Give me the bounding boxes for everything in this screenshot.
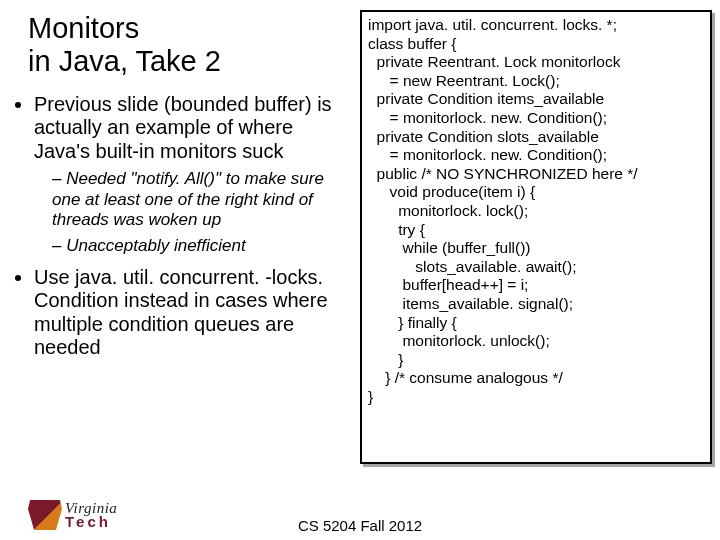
sub-bullet-1: Needed "notify. All()" to make sure one …: [52, 169, 354, 229]
slide-title: Monitors in Java, Take 2: [28, 12, 354, 79]
right-column: import java. util. concurrent. locks. *;…: [360, 10, 712, 540]
bullet-1-text: Previous slide (bounded buffer) is actua…: [34, 93, 332, 162]
bullet-2: Use java. util. concurrent. -locks. Cond…: [34, 266, 354, 360]
sub-bullet-2: Unacceptably inefficient: [52, 236, 354, 256]
slide: Monitors in Java, Take 2 Previous slide …: [0, 0, 720, 540]
sub-bullet-list-1: Needed "notify. All()" to make sure one …: [34, 169, 354, 255]
left-column: Monitors in Java, Take 2 Previous slide …: [8, 10, 360, 540]
code-box: import java. util. concurrent. locks. *;…: [360, 10, 712, 464]
bullet-list: Previous slide (bounded buffer) is actua…: [8, 93, 354, 360]
footer-text: CS 5204 Fall 2012: [0, 517, 720, 534]
bullet-1: Previous slide (bounded buffer) is actua…: [34, 93, 354, 256]
title-line2: in Java, Take 2: [28, 45, 221, 77]
title-line1: Monitors: [28, 12, 139, 44]
